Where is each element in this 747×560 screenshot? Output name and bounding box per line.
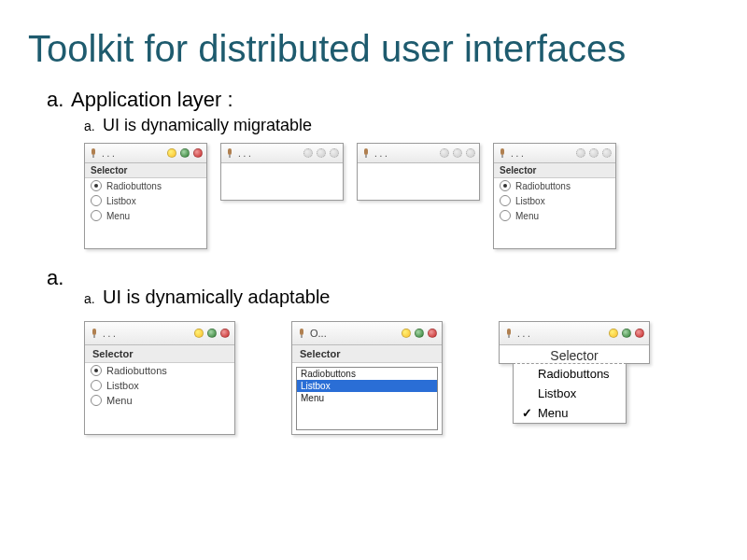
- titlebar: . . .: [221, 144, 343, 163]
- section-header-selector: Selector: [292, 345, 442, 363]
- traffic-light-yellow: [402, 329, 411, 338]
- check-icon: ✓: [521, 406, 532, 420]
- list-item-application-layer: a.Application layer :: [47, 88, 728, 112]
- radio-label: Radiobuttons: [515, 181, 571, 191]
- traffic-light-disabled: [303, 148, 313, 158]
- section-header-selector: Selector: [85, 163, 206, 178]
- panel-selector-source: . . . Selector Radiobuttons Listbox Menu: [84, 143, 207, 249]
- traffic-light-red: [428, 329, 437, 338]
- radio-row-radiobuttons[interactable]: Radiobuttons: [85, 178, 206, 193]
- titlebar-dots: . . .: [517, 329, 605, 339]
- sub-marker-a: a.: [84, 291, 103, 306]
- titlebar: . . .: [494, 144, 615, 163]
- traffic-light-yellow: [194, 329, 204, 338]
- radio-row-menu[interactable]: Menu: [85, 393, 234, 408]
- radio-label: Radiobuttons: [106, 181, 162, 191]
- radio-row-radiobuttons[interactable]: Radiobuttons: [85, 363, 234, 378]
- traffic-light-red: [635, 329, 644, 338]
- radio-row-menu[interactable]: Menu: [85, 208, 206, 223]
- radio-label: Listbox: [106, 196, 136, 206]
- menu-item-label: Menu: [538, 406, 569, 420]
- sub-item-migratable: a.UI is dynamically migratable: [84, 116, 728, 135]
- radio-icon: [91, 180, 102, 191]
- migratable-text: UI is dynamically migratable: [103, 116, 312, 134]
- titlebar: O...: [292, 322, 442, 345]
- panel-adapt-listbox: O... Selector Radiobuttons Listbox Menu: [291, 321, 443, 435]
- radio-icon: [91, 195, 102, 206]
- mic-icon: [498, 147, 507, 159]
- titlebar-dots: . . .: [103, 329, 190, 339]
- radio-label: Menu: [515, 211, 539, 221]
- radio-icon: [91, 210, 102, 221]
- mic-icon: [504, 328, 514, 339]
- titlebar-dots: . . .: [374, 148, 436, 159]
- panel-adapt-menu: . . . Selector Radiobuttons Listbox ✓ Me…: [499, 321, 650, 364]
- menu-item-label: Radiobuttons: [538, 367, 610, 381]
- panel-selector-target: . . . Selector Radiobuttons Listbox Menu: [493, 143, 616, 249]
- listbox-option-menu[interactable]: Menu: [297, 392, 437, 404]
- traffic-light-disabled: [576, 148, 585, 158]
- traffic-light-green: [622, 329, 631, 338]
- radio-label: Menu: [106, 211, 130, 221]
- panel-intermediate-1: . . .: [220, 143, 344, 201]
- radio-icon: [500, 195, 511, 206]
- menu-popup: Radiobuttons Listbox ✓ Menu: [513, 363, 627, 424]
- menu-item-listbox[interactable]: Listbox: [514, 384, 626, 403]
- radio-row-listbox[interactable]: Listbox: [85, 193, 206, 208]
- radio-label: Menu: [106, 395, 133, 406]
- listbox-option-radiobuttons[interactable]: Radiobuttons: [297, 368, 437, 380]
- titlebar: . . .: [358, 144, 479, 163]
- radio-label: Listbox: [106, 380, 139, 391]
- radio-row-menu[interactable]: Menu: [494, 208, 615, 223]
- menu-item-radiobuttons[interactable]: Radiobuttons: [514, 364, 626, 384]
- titlebar-dots: . . .: [511, 148, 572, 159]
- svg-rect-13: [509, 335, 510, 338]
- radio-row-listbox[interactable]: Listbox: [85, 378, 234, 393]
- svg-rect-11: [302, 335, 303, 338]
- titlebar: . . .: [85, 322, 234, 345]
- radio-icon: [500, 210, 511, 221]
- radio-icon: [500, 180, 511, 191]
- svg-rect-12: [507, 329, 511, 335]
- adaptable-panels-row: . . . Selector Radiobuttons Listbox Menu…: [84, 321, 728, 435]
- traffic-light-green: [415, 329, 424, 338]
- traffic-light-disabled: [602, 148, 612, 158]
- listbox-option-listbox[interactable]: Listbox: [297, 380, 437, 392]
- radio-label: Radiobuttons: [106, 365, 167, 376]
- migratable-panels-row: . . . Selector Radiobuttons Listbox Menu…: [84, 143, 728, 249]
- traffic-light-green: [207, 329, 217, 338]
- traffic-light-green: [180, 148, 190, 158]
- traffic-light-yellow: [609, 329, 618, 338]
- traffic-light-disabled: [317, 148, 326, 158]
- svg-rect-0: [92, 148, 95, 155]
- titlebar: . . .: [85, 144, 206, 163]
- traffic-light-red: [193, 148, 203, 158]
- panel-intermediate-2: . . .: [357, 143, 480, 201]
- traffic-light-disabled: [466, 148, 475, 158]
- svg-rect-3: [230, 155, 231, 158]
- radio-row-listbox[interactable]: Listbox: [494, 193, 615, 208]
- svg-rect-1: [93, 155, 94, 158]
- slide-title: Toolkit for distributed user interfaces: [28, 28, 728, 69]
- traffic-light-yellow: [167, 148, 176, 158]
- mic-icon: [361, 147, 371, 159]
- mic-icon: [225, 147, 234, 159]
- section-header-selector: Selector: [494, 163, 615, 178]
- svg-rect-8: [92, 329, 96, 335]
- menu-item-menu[interactable]: ✓ Menu: [514, 403, 626, 423]
- mic-icon: [90, 328, 99, 339]
- svg-rect-10: [300, 329, 303, 335]
- traffic-light-disabled: [440, 148, 449, 158]
- svg-rect-9: [94, 335, 95, 338]
- application-layer-text: Application layer :: [71, 88, 233, 111]
- radio-icon: [91, 365, 102, 376]
- listbox[interactable]: Radiobuttons Listbox Menu: [296, 367, 438, 430]
- radio-icon: [91, 395, 102, 406]
- titlebar-text: O...: [310, 328, 398, 339]
- radio-label: Listbox: [515, 196, 545, 206]
- traffic-light-disabled: [589, 148, 599, 158]
- mic-icon: [89, 147, 98, 159]
- radio-row-radiobuttons[interactable]: Radiobuttons: [494, 178, 615, 193]
- titlebar-dots: . . .: [238, 148, 300, 159]
- traffic-light-disabled: [330, 148, 339, 158]
